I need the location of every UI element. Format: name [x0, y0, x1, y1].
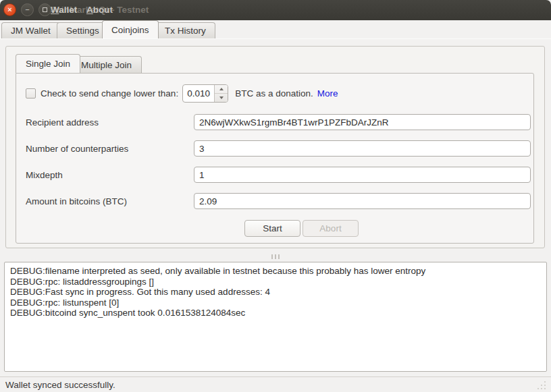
app-window: × − JoinMarketQt - Testnet Wallet About … — [0, 0, 551, 392]
amount-btc-input[interactable] — [194, 193, 531, 209]
counterparties-label: Number of counterparties — [26, 144, 128, 154]
log-line: DEBUG:Fast sync in progress. Got this ma… — [10, 287, 541, 298]
arrow-down-icon — [219, 96, 224, 99]
menu-about[interactable]: About — [86, 5, 113, 15]
tab-jm-wallet[interactable]: JM Wallet — [1, 22, 60, 38]
tab-tx-history[interactable]: Tx History — [155, 22, 215, 38]
resize-grip-icon[interactable] — [535, 380, 546, 389]
status-message: Wallet synced successfully. — [0, 380, 115, 390]
maximize-window-icon[interactable] — [38, 3, 51, 16]
minimize-window-icon[interactable]: − — [21, 3, 34, 16]
tab-settings[interactable]: Settings — [57, 22, 109, 38]
log-line: DEBUG:rpc: listunspent [0] — [10, 298, 541, 308]
single-join-pane: Check to send change lower than: BTC as … — [16, 73, 534, 244]
menu-wallet[interactable]: Wallet — [51, 5, 77, 15]
abort-button: Abort — [303, 220, 359, 237]
tab-multiple-join[interactable]: Multiple Join — [71, 56, 142, 73]
spin-buttons — [214, 85, 228, 102]
log-line: DEBUG:rpc: listaddressgroupings [] — [10, 277, 541, 287]
tab-coinjoins[interactable]: Coinjoins — [102, 20, 159, 38]
splitter-grip-icon — [271, 254, 280, 259]
main-tabbar: JM Wallet Settings Coinjoins Tx History — [0, 20, 551, 38]
splitter-handle[interactable] — [0, 253, 551, 260]
tabpane-top-highlight — [0, 38, 551, 39]
donation-suffix-label: BTC as a donation. — [235, 88, 313, 99]
counterparties-input[interactable] — [194, 140, 531, 157]
spin-down-button[interactable] — [215, 94, 228, 102]
coinjoins-groupbox: Single Join Multiple Join Check to send … — [5, 46, 545, 248]
titlebar[interactable]: × − JoinMarketQt - Testnet Wallet About — [0, 0, 551, 20]
mixdepth-input[interactable] — [194, 167, 531, 183]
donation-amount-spinbox — [182, 84, 228, 103]
tab-single-join[interactable]: Single Join — [16, 54, 80, 73]
amount-btc-label: Amount in bitcoins (BTC) — [26, 196, 127, 206]
log-line: DEBUG:bitcoind sync_unspent took 0.01615… — [10, 308, 541, 318]
log-line: DEBUG:filename interpreted as seed, only… — [10, 266, 541, 277]
mixdepth-label: Mixdepth — [26, 170, 63, 180]
donation-more-link[interactable]: More — [317, 88, 338, 99]
start-button[interactable]: Start — [244, 220, 300, 237]
statusbar: Wallet synced successfully. — [0, 376, 551, 392]
recipient-address-input[interactable] — [194, 114, 531, 130]
recipient-address-label: Recipient address — [26, 117, 99, 128]
donation-checkbox-label: Check to send change lower than: — [41, 88, 178, 99]
debug-log-box[interactable]: DEBUG:filename interpreted as seed, only… — [4, 262, 547, 372]
donation-row: Check to send change lower than: BTC as … — [26, 84, 338, 103]
maximize-glyph — [43, 7, 47, 12]
close-window-icon[interactable]: × — [3, 3, 16, 16]
arrow-up-icon — [219, 88, 224, 90]
spin-up-button[interactable] — [215, 85, 228, 94]
donation-amount-input[interactable] — [183, 85, 214, 102]
donation-checkbox[interactable] — [26, 88, 36, 99]
